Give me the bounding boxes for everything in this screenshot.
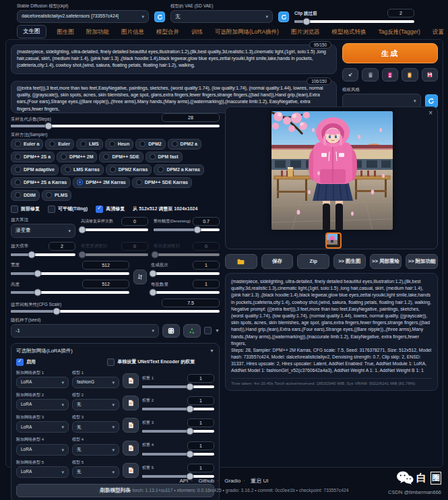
- hires-steps-slider[interactable]: [81, 228, 148, 231]
- tab-tagger[interactable]: Tag反推(Tagger): [377, 26, 421, 38]
- lora-weight-slider[interactable]: [142, 430, 214, 433]
- steps-slider[interactable]: [11, 125, 220, 127]
- lora-model-dropdown[interactable]: 无: [72, 444, 119, 456]
- resize-width-value[interactable]: 0: [121, 242, 148, 251]
- height-slider[interactable]: [11, 291, 129, 294]
- width-value[interactable]: 512: [82, 261, 129, 270]
- sampler-option[interactable]: Heun: [105, 139, 134, 150]
- tab-image-browser[interactable]: 图片浏览器: [290, 26, 321, 38]
- lora-model-info-button[interactable]: [123, 373, 139, 388]
- switch-width-height-button[interactable]: [133, 270, 147, 284]
- tab-extras[interactable]: 附加功能: [85, 26, 110, 38]
- gallery-thumbnail[interactable]: [325, 232, 342, 249]
- resize-width-slider[interactable]: [81, 253, 148, 256]
- reuse-seed-button[interactable]: [183, 324, 201, 338]
- send-to-img2img-button[interactable]: >> 图生图: [333, 254, 366, 269]
- sampler-option[interactable]: DPM2: [135, 139, 165, 150]
- lora-model-info-button[interactable]: [123, 396, 139, 410]
- lora-type-dropdown[interactable]: LoRA: [16, 444, 69, 456]
- sampler-option[interactable]: DPM++ SDE Karras: [132, 177, 192, 188]
- cfg-value[interactable]: 7.5: [162, 299, 220, 307]
- generated-image[interactable]: [271, 111, 393, 230]
- lora-weight-value[interactable]: 1: [187, 464, 214, 472]
- denoising-slider[interactable]: [154, 228, 220, 231]
- sampler-option[interactable]: DPM adaptive: [11, 164, 59, 175]
- tab-checkpoint-merger[interactable]: 模型合并: [155, 26, 181, 38]
- positive-prompt-input[interactable]: (masterpiece, sidelighting, ultra-detail…: [11, 44, 337, 74]
- refresh-ckpt-button[interactable]: [154, 11, 165, 22]
- close-icon[interactable]: ×: [428, 110, 433, 117]
- steps-value[interactable]: 28: [162, 113, 220, 122]
- zip-button[interactable]: Zip: [297, 254, 329, 269]
- sampler-option[interactable]: PLMS: [42, 190, 71, 201]
- random-seed-button[interactable]: [162, 324, 180, 338]
- lora-weight-slider[interactable]: [142, 453, 214, 456]
- cfg-slider[interactable]: [11, 310, 220, 313]
- footer-link-gradio[interactable]: Gradio: [224, 478, 241, 484]
- seed-options-chevron-icon[interactable]: ▼: [215, 328, 220, 333]
- save-style-button[interactable]: [422, 68, 438, 82]
- extra-networks-button[interactable]: [382, 68, 398, 82]
- tab-train[interactable]: 训练: [190, 26, 204, 38]
- lora-model-info-button[interactable]: [123, 418, 139, 433]
- refresh-styles-button[interactable]: [425, 94, 438, 108]
- tab-txt2img[interactable]: 文生图: [17, 25, 46, 38]
- batch-size-value[interactable]: 1: [193, 280, 220, 288]
- denoising-value[interactable]: 0.7: [193, 217, 220, 226]
- resize-height-value[interactable]: 0: [193, 242, 220, 251]
- batch-count-value[interactable]: 1: [193, 261, 220, 270]
- read-params-button[interactable]: [342, 68, 358, 82]
- sampler-option-selected[interactable]: DPM++ 2M Karras: [73, 177, 130, 188]
- sampler-option[interactable]: DPM++ 2M: [57, 152, 97, 162]
- lora-enable-checkbox[interactable]: 启用: [16, 358, 107, 366]
- tab-img2img[interactable]: 图生图: [56, 26, 76, 38]
- height-value[interactable]: 512: [82, 280, 129, 288]
- sampler-option[interactable]: DPM2 a: [168, 139, 201, 150]
- save-button[interactable]: 保存: [261, 254, 294, 269]
- sampler-option[interactable]: LMS Karras: [61, 164, 104, 175]
- generate-button[interactable]: 生成: [342, 43, 438, 63]
- sampler-option[interactable]: Euler: [45, 139, 74, 150]
- sampler-option[interactable]: Euler a: [11, 139, 43, 150]
- lora-type-dropdown[interactable]: LoRA: [16, 399, 69, 410]
- sampler-option[interactable]: DPM++ 2S a: [11, 152, 55, 162]
- upscale-by-slider[interactable]: [11, 253, 75, 256]
- lora-model-dropdown[interactable]: 无: [72, 399, 119, 410]
- tab-settings[interactable]: 设置: [431, 26, 445, 38]
- collapse-chevron-icon[interactable]: ▼: [210, 348, 214, 353]
- restore-faces-checkbox[interactable]: 面部修复: [11, 206, 40, 213]
- clear-prompt-button[interactable]: [362, 68, 378, 82]
- apply-style-button[interactable]: [402, 68, 418, 82]
- batch-count-slider[interactable]: [151, 272, 220, 275]
- hires-fix-checkbox[interactable]: 高清修复: [96, 206, 125, 213]
- batch-size-slider[interactable]: [151, 291, 220, 294]
- hires-steps-value[interactable]: 0: [121, 217, 148, 226]
- lora-weight-value[interactable]: 1: [187, 396, 214, 405]
- sampler-option[interactable]: DPM++ SDE: [99, 152, 143, 162]
- footer-link-github[interactable]: Github: [198, 478, 214, 484]
- sampler-option[interactable]: LMS: [76, 139, 103, 150]
- upscale-by-value[interactable]: 2: [49, 242, 75, 251]
- vae-dropdown[interactable]: 无: [170, 10, 273, 23]
- lora-type-dropdown[interactable]: LoRA: [16, 377, 69, 388]
- open-folder-button[interactable]: [225, 254, 257, 269]
- sampler-option[interactable]: DPM++ 2S a Karras: [11, 177, 71, 188]
- send-to-inpaint-button[interactable]: >> 局部重绘: [370, 254, 402, 269]
- ckpt-dropdown[interactable]: dalceforealistictallyv2.safetensors [733…: [17, 10, 149, 23]
- refresh-vae-button[interactable]: [278, 11, 289, 22]
- footer-link-reload-ui[interactable]: 重启 UI: [251, 478, 268, 484]
- sampler-option[interactable]: DPM2 Karras: [106, 164, 152, 175]
- sampler-option[interactable]: DDIM: [11, 190, 40, 201]
- clip-skip-slider[interactable]: [294, 20, 414, 23]
- send-to-extras-button[interactable]: >> 附加功能: [406, 254, 438, 269]
- sampler-option[interactable]: DPM2 a Karras: [154, 164, 203, 175]
- upscaler-dropdown[interactable]: 潜变量: [11, 224, 75, 238]
- lora-weight-value[interactable]: 1: [187, 418, 214, 427]
- tiling-checkbox[interactable]: 可平铺(Tiling): [48, 206, 88, 213]
- tab-lora[interactable]: 可选附加网络(LoRA插件): [214, 26, 280, 38]
- lora-weight-slider[interactable]: [142, 385, 214, 388]
- lora-type-dropdown[interactable]: LoRA: [16, 421, 69, 433]
- lora-separate-weights-checkbox[interactable]: 单独设置 UNet/Text Encoder 的权重: [107, 358, 195, 366]
- sampler-option[interactable]: DPM fast: [146, 152, 183, 162]
- clip-skip-value[interactable]: 2: [387, 9, 414, 18]
